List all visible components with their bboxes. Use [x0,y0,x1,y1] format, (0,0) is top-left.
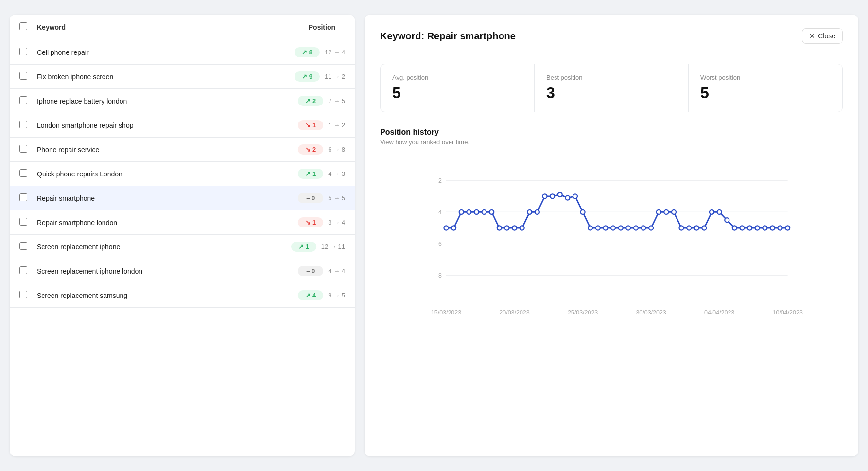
row-checkbox[interactable] [19,121,27,128]
chart-subtitle: View how you ranked over time. [380,139,843,146]
svg-point-57 [770,226,775,230]
svg-point-56 [763,226,767,230]
row-checkbox[interactable] [19,48,27,55]
position-change: 6 → 8 [328,146,345,153]
position-cell: – 0 5 → 5 [298,193,345,203]
keyword-cell: Phone repair service [37,146,298,154]
svg-text:10/04/2023: 10/04/2023 [773,309,803,316]
table-row[interactable]: Phone repair service ↘ 2 6 → 8 [10,138,355,162]
keyword-cell: London smartphone repair shop [37,122,298,129]
change-badge: ↘ 1 [298,217,323,227]
row-checkbox[interactable] [19,218,27,226]
change-badge: ↘ 1 [298,120,323,130]
svg-point-51 [725,218,729,222]
position-change: 12 → 11 [321,243,345,250]
svg-point-15 [451,226,456,230]
svg-point-58 [778,226,782,230]
row-checkbox[interactable] [19,291,27,298]
table-row[interactable]: Repair smartphone london ↘ 1 3 → 4 [10,210,355,235]
close-icon: ✕ [809,32,815,40]
table-row[interactable]: Fix broken iphone screen ↗ 9 11 → 2 [10,65,355,89]
svg-point-49 [710,210,714,214]
svg-point-45 [679,226,684,230]
table-row[interactable]: Screen replacement samsung ↗ 4 9 → 5 [10,283,355,308]
svg-point-17 [467,210,471,214]
svg-text:2: 2 [438,177,442,184]
svg-point-34 [596,226,600,230]
close-button[interactable]: ✕ Close [802,28,843,44]
panel-title: Keyword: Repair smartphone [380,31,516,42]
change-badge: ↗ 8 [295,47,320,57]
position-cell: ↘ 1 3 → 4 [298,217,345,227]
row-checkbox[interactable] [19,72,27,80]
change-badge: – 0 [298,266,323,276]
keyword-table: Keyword Position Cell phone repair ↗ 8 1… [10,15,355,456]
svg-text:6: 6 [438,241,442,247]
keyword-cell: Screen replacement iphone [37,243,291,251]
change-badge: – 0 [298,193,323,203]
svg-point-25 [527,210,532,214]
position-change: 9 → 5 [328,292,345,299]
stat-label: Avg. position [392,74,522,81]
table-body: Cell phone repair ↗ 8 12 → 4 Fix broken … [10,40,355,308]
svg-point-55 [755,226,760,230]
row-checkbox[interactable] [19,96,27,104]
table-header: Keyword Position [10,15,355,40]
position-change: 4 → 4 [328,267,345,275]
stat-value: 5 [700,84,831,102]
position-cell: ↘ 1 1 → 2 [298,120,345,130]
svg-point-37 [619,226,623,230]
svg-point-16 [459,210,464,214]
table-row[interactable]: Iphone replace battery london ↗ 2 7 → 5 [10,89,355,113]
svg-point-43 [664,210,668,214]
row-checkbox[interactable] [19,145,27,153]
table-row[interactable]: London smartphone repair shop ↘ 1 1 → 2 [10,113,355,138]
position-cell: ↘ 2 6 → 8 [298,144,345,155]
table-row[interactable]: Screen replacement iphone london – 0 4 →… [10,259,355,283]
svg-point-41 [649,226,653,230]
svg-text:04/04/2023: 04/04/2023 [704,309,734,316]
svg-text:8: 8 [438,272,442,279]
svg-text:25/03/2023: 25/03/2023 [568,309,598,316]
svg-point-59 [785,226,790,230]
svg-point-53 [740,226,744,230]
keyword-cell: Repair smartphone [37,194,298,202]
position-change: 7 → 5 [328,97,345,105]
svg-point-44 [672,210,676,214]
select-all-checkbox[interactable] [19,22,27,30]
stat-value: 3 [546,84,677,102]
row-checkbox[interactable] [19,193,27,201]
svg-text:30/03/2023: 30/03/2023 [636,309,666,316]
table-row[interactable]: Screen replacement iphone ↗ 1 12 → 11 [10,235,355,259]
table-row[interactable]: Quick phone repairs London ↗ 1 4 → 3 [10,162,355,186]
svg-text:4: 4 [438,209,442,216]
keyword-cell: Quick phone repairs London [37,170,298,178]
position-cell: ↗ 4 9 → 5 [298,290,345,300]
row-checkbox[interactable] [19,266,27,274]
stat-label: Best position [546,74,677,81]
position-cell: – 0 4 → 4 [298,266,345,276]
keyword-cell: Screen replacement iphone london [37,267,298,275]
position-change: 12 → 4 [325,49,345,56]
stat-card: Best position 3 [535,64,689,112]
position-change: 4 → 3 [328,170,345,177]
svg-point-20 [489,210,494,214]
svg-text:15/03/2023: 15/03/2023 [431,309,461,316]
change-badge: ↗ 4 [298,290,323,300]
detail-panel: Keyword: Repair smartphone ✕ Close Avg. … [365,15,858,456]
change-badge: ↗ 1 [291,242,316,252]
svg-point-18 [474,210,479,214]
change-badge: ↗ 1 [298,169,323,179]
svg-point-35 [603,226,608,230]
change-badge: ↗ 2 [298,96,323,106]
svg-point-52 [732,226,737,230]
change-badge: ↗ 9 [295,71,320,82]
row-checkbox[interactable] [19,242,27,250]
row-checkbox[interactable] [19,169,27,177]
svg-point-36 [611,226,615,230]
position-history-chart: 246815/03/202320/03/202325/03/202330/03/… [380,154,843,319]
svg-point-31 [573,194,577,198]
position-cell: ↗ 1 4 → 3 [298,169,345,179]
table-row[interactable]: Repair smartphone – 0 5 → 5 [10,186,355,210]
table-row[interactable]: Cell phone repair ↗ 8 12 → 4 [10,40,355,65]
